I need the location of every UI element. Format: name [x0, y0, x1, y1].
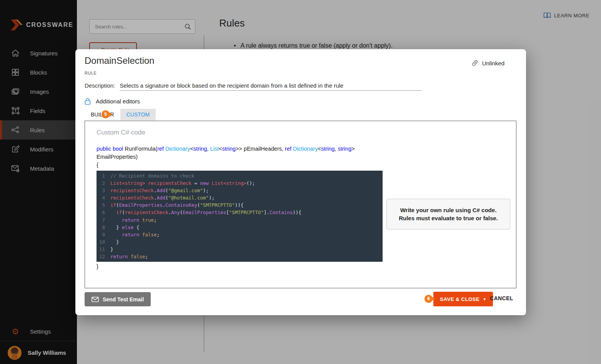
unlinked-label: Unlinked — [482, 60, 504, 66]
custom-code-heading: Custom C# code — [97, 129, 145, 136]
line-number: 7 — [97, 216, 110, 224]
line-number: 2 — [97, 180, 110, 187]
rule-editor-modal: DomainSelection RULE Unlinked Descriptio… — [75, 49, 526, 315]
code-line[interactable]: 11} — [97, 246, 383, 253]
tab-custom[interactable]: CUSTOM — [120, 109, 156, 120]
code-text: return false; — [110, 231, 160, 238]
code-text: } else { — [110, 224, 139, 231]
code-text: return true; — [110, 216, 156, 224]
code-line[interactable]: 5if(EmailProperties.ContainsKey("SMTPRCP… — [97, 201, 383, 209]
code-line[interactable]: 7 return true; — [97, 216, 383, 224]
info-line-1: Write your own rule using C# code. — [400, 206, 497, 214]
code-signature-line: public bool RunFormula(ref Dictionary<st… — [97, 145, 355, 153]
code-text: } — [110, 238, 119, 246]
custom-rule-info-box: Write your own rule using C# code. Rules… — [386, 199, 510, 229]
line-number: 10 — [97, 238, 110, 246]
line-number: 1 — [97, 172, 110, 180]
line-number: 12 — [97, 253, 110, 260]
save-and-close-label: SAVE & CLOSE — [440, 296, 479, 302]
link-icon — [471, 59, 479, 67]
line-number: 6 — [97, 209, 110, 216]
description-row: Description: Selects a signature or bloc… — [85, 82, 422, 91]
code-line[interactable]: 9 return false; — [97, 231, 383, 238]
unlinked-status[interactable]: Unlinked — [471, 59, 504, 67]
chevron-down-icon: ▼ — [483, 297, 486, 301]
code-text: List<string> recipientsCheck = new List<… — [110, 180, 255, 187]
additional-editors-label: Additional editors — [96, 98, 140, 105]
annotation-badge-5: 5 — [102, 110, 110, 118]
lock-icon — [85, 98, 91, 105]
code-line[interactable]: 2List<string> recipientsCheck = new List… — [97, 180, 383, 187]
line-number: 3 — [97, 187, 110, 194]
annotation-badge-6: 6 — [425, 295, 433, 303]
rule-name-title: DomainSelection — [85, 55, 154, 66]
code-text: recipientsCheck.Add("@gmail.com"); — [110, 187, 209, 194]
description-label: Description: — [85, 82, 115, 89]
code-text: recipientsCheck.Add("@hotmail.com"); — [110, 194, 215, 201]
info-line-2: Rules must evaluate to true or false. — [399, 214, 498, 222]
code-text: if(EmailProperties.ContainsKey("SMTPRCPT… — [110, 201, 243, 209]
code-editor[interactable]: 1// Recipient domains to check2List<stri… — [97, 171, 383, 262]
editor-tabs: BUILDER CUSTOM — [85, 109, 156, 120]
additional-editors[interactable]: Additional editors — [85, 98, 140, 105]
cancel-button[interactable]: CANCEL — [490, 295, 513, 301]
code-text: } — [110, 246, 113, 253]
code-closing-brace: } — [97, 263, 98, 269]
code-text: if(recipientsCheck.Any(EmailProperties["… — [110, 209, 301, 216]
line-number: 8 — [97, 224, 110, 231]
send-test-email-label: Send Test Email — [103, 296, 144, 303]
rule-type-label: RULE — [85, 71, 97, 75]
line-number: 4 — [97, 194, 110, 201]
code-signature: public bool RunFormula(ref Dictionary<st… — [97, 145, 355, 169]
code-signature-line: EmailProperties) — [97, 153, 355, 161]
code-line[interactable]: 8 } else { — [97, 224, 383, 231]
code-line[interactable]: 1// Recipient domains to check — [97, 172, 383, 180]
code-line[interactable]: 3recipientsCheck.Add("@gmail.com"); — [97, 187, 383, 194]
line-number: 9 — [97, 231, 110, 238]
line-number: 5 — [97, 201, 110, 209]
send-test-email-button[interactable]: Send Test Email — [85, 292, 151, 306]
code-line[interactable]: 6 if(recipientsCheck.Any(EmailProperties… — [97, 209, 383, 216]
save-and-close-button[interactable]: SAVE & CLOSE ▼ — [433, 292, 493, 306]
code-text: // Recipient domains to check — [110, 172, 194, 180]
code-line[interactable]: 4recipientsCheck.Add("@hotmail.com"); — [97, 194, 383, 201]
code-line[interactable]: 10 } — [97, 238, 383, 246]
code-text: return false; — [110, 253, 148, 260]
custom-code-panel: Custom C# code public bool RunFormula(re… — [85, 121, 516, 288]
description-input[interactable]: Selects a signature or block based on th… — [120, 82, 422, 91]
code-line[interactable]: 12return false; — [97, 253, 383, 260]
line-number: 11 — [97, 246, 110, 253]
code-signature-line: { — [97, 161, 355, 169]
envelope-icon — [92, 297, 99, 302]
